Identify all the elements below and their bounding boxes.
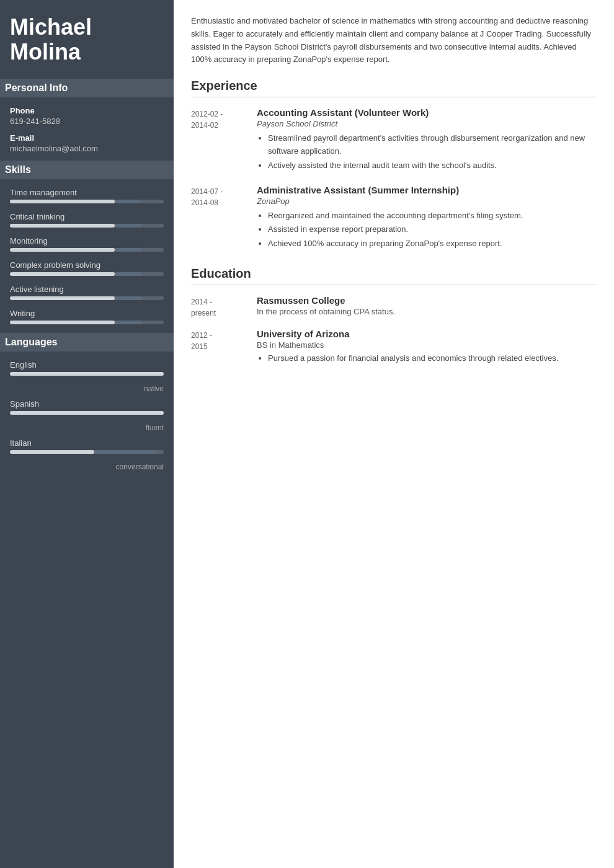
bullet-item: Streamlined payroll department's activit… — [268, 132, 597, 158]
sidebar: Michael Molina Personal Info Phone 619-2… — [0, 0, 174, 868]
bullet-item: Pursued a passion for financial analysis… — [268, 352, 597, 365]
last-name: Molina — [10, 39, 81, 64]
skill-item: Time management — [10, 188, 164, 203]
experience-date: 2014-07 - 2014-08 — [191, 185, 247, 252]
skills-list: Time managementCritical thinkingMonitori… — [10, 188, 164, 324]
education-item: 2014 - presentRasmussen CollegeIn the pr… — [191, 295, 597, 319]
education-degree: BS in Mathematics — [257, 340, 597, 350]
skill-bar-accent — [115, 200, 143, 203]
experience-job-title: Accounting Assistant (Volunteer Work) — [257, 107, 597, 118]
skill-bar-accent — [115, 296, 143, 300]
skill-item: Active listening — [10, 285, 164, 300]
education-item: 2012 - 2015University of ArizonaBS in Ma… — [191, 329, 597, 365]
education-date: 2014 - present — [191, 295, 247, 319]
resume-name: Michael Molina — [10, 15, 164, 64]
experience-date: 2012-02 - 2014-02 — [191, 107, 247, 173]
education-date: 2012 - 2015 — [191, 329, 247, 365]
experience-title: Experience — [191, 79, 597, 97]
skill-name: Monitoring — [10, 236, 164, 246]
language-name: Italian — [10, 438, 164, 448]
experience-bullets: Streamlined payroll department's activit… — [257, 132, 597, 172]
education-content: Rasmussen CollegeIn the process of obtai… — [257, 295, 597, 319]
language-bar-fill — [10, 450, 94, 454]
skill-bar-accent — [115, 272, 143, 276]
language-item: Englishnative — [10, 360, 164, 393]
experience-org: ZonaPop — [257, 197, 597, 206]
experience-content: Administrative Assistant (Summer Interns… — [257, 185, 597, 252]
summary-text: Enthusiastic and motivated bachelor of s… — [191, 15, 597, 66]
languages-section-title: Languages — [0, 333, 174, 352]
education-content: University of ArizonaBS in MathematicsPu… — [257, 329, 597, 365]
education-section: Education 2014 - presentRasmussen Colleg… — [191, 267, 597, 365]
skill-name: Complex problem solving — [10, 260, 164, 270]
skill-name: Time management — [10, 188, 164, 197]
experience-bullets: Reorganized and maintained the accountin… — [257, 210, 597, 250]
education-school: University of Arizona — [257, 329, 597, 339]
bullet-item: Assisted in expense report preparation. — [268, 223, 597, 236]
skill-bar-fill — [10, 272, 115, 276]
main-content: Enthusiastic and motivated bachelor of s… — [174, 0, 614, 868]
skill-bar — [10, 200, 164, 203]
bullet-item: Achieved 100% accuracy in preparing Zona… — [268, 237, 597, 250]
language-level: conversational — [10, 463, 164, 471]
language-item: Italianconversational — [10, 438, 164, 471]
skill-name: Active listening — [10, 285, 164, 294]
skill-bar-fill — [10, 200, 115, 203]
education-list: 2014 - presentRasmussen CollegeIn the pr… — [191, 295, 597, 365]
language-bar-fill — [10, 372, 164, 376]
skill-bar-fill — [10, 321, 115, 324]
language-level: fluent — [10, 423, 164, 432]
skill-bar-fill — [10, 296, 115, 300]
language-item: Spanishfluent — [10, 399, 164, 432]
phone-value: 619-241-5828 — [10, 117, 164, 126]
experience-item: 2014-07 - 2014-08Administrative Assistan… — [191, 185, 597, 252]
skills-section-title: Skills — [0, 161, 174, 179]
language-bar — [10, 372, 164, 376]
skill-item: Writing — [10, 309, 164, 324]
skill-bar — [10, 321, 164, 324]
language-bar-fill — [10, 411, 164, 415]
education-school: Rasmussen College — [257, 295, 597, 306]
skill-bar-fill — [10, 248, 115, 252]
skill-item: Critical thinking — [10, 212, 164, 228]
experience-content: Accounting Assistant (Volunteer Work)Pay… — [257, 107, 597, 173]
language-bar — [10, 450, 164, 454]
skill-bar-accent — [115, 321, 143, 324]
language-bar — [10, 411, 164, 415]
first-name: Michael — [10, 14, 92, 40]
skill-item: Complex problem solving — [10, 260, 164, 276]
skill-item: Monitoring — [10, 236, 164, 252]
experience-org: Payson School District — [257, 119, 597, 128]
bullet-item: Actively assisted the internal audit tea… — [268, 159, 597, 172]
experience-item: 2012-02 - 2014-02Accounting Assistant (V… — [191, 107, 597, 173]
education-bullets: Pursued a passion for financial analysis… — [257, 352, 597, 365]
skill-bar — [10, 296, 164, 300]
experience-list: 2012-02 - 2014-02Accounting Assistant (V… — [191, 107, 597, 252]
experience-job-title: Administrative Assistant (Summer Interns… — [257, 185, 597, 195]
email-value: michaelmolina@aol.com — [10, 144, 164, 153]
bullet-item: Reorganized and maintained the accountin… — [268, 210, 597, 223]
skill-name: Critical thinking — [10, 212, 164, 221]
skill-bar-accent — [115, 224, 143, 228]
phone-label: Phone — [10, 106, 164, 115]
education-degree: In the process of obtaining CPA status. — [257, 307, 597, 316]
language-name: English — [10, 360, 164, 370]
skill-bar — [10, 224, 164, 228]
personal-info-section-title: Personal Info — [0, 79, 174, 97]
skill-name: Writing — [10, 309, 164, 318]
language-name: Spanish — [10, 399, 164, 409]
skill-bar-accent — [115, 248, 143, 252]
skill-bar — [10, 248, 164, 252]
experience-section: Experience 2012-02 - 2014-02Accounting A… — [191, 79, 597, 252]
language-bar-accent — [94, 450, 156, 454]
email-label: E-mail — [10, 133, 164, 143]
skill-bar-fill — [10, 224, 115, 228]
language-level: native — [10, 384, 164, 393]
languages-list: EnglishnativeSpanishfluentItalianconvers… — [10, 360, 164, 471]
skill-bar — [10, 272, 164, 276]
education-title: Education — [191, 267, 597, 285]
